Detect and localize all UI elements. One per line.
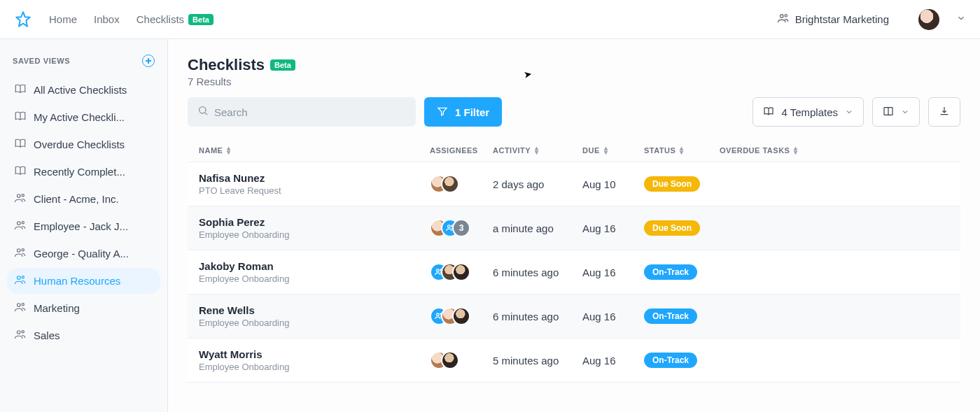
row-template: Employee Onboarding	[199, 229, 430, 240]
book-icon	[763, 106, 774, 119]
add-view-button[interactable]	[142, 55, 155, 67]
row-activity: 6 minutes ago	[493, 267, 582, 278]
col-overdue[interactable]: OVERDUE TASKS▴▾	[720, 146, 949, 155]
svg-point-18	[437, 269, 440, 272]
table-row[interactable]: Sophia PerezEmployee Onboarding3a minute…	[188, 206, 960, 250]
svg-point-8	[18, 276, 21, 280]
sidebar-item-my-active-checkli[interactable]: My Active Checkli...	[7, 104, 160, 130]
download-button[interactable]	[928, 97, 960, 127]
sidebar-item-client-acme-inc[interactable]: Client - Acme, Inc.	[7, 186, 160, 212]
svg-point-1	[785, 15, 787, 17]
search-icon	[197, 105, 209, 119]
sidebar-item-george-quality-a[interactable]: George - Quality A...	[7, 241, 160, 267]
sidebar-item-label: Marketing	[34, 302, 80, 314]
book-icon	[14, 110, 27, 125]
sidebar-item-label: Sales	[34, 329, 60, 341]
page-title: Checklists	[188, 56, 265, 74]
chevron-down-icon[interactable]	[956, 13, 966, 26]
svg-point-4	[18, 222, 21, 225]
svg-point-6	[18, 249, 21, 253]
status-badge: Due Soon	[644, 176, 700, 192]
status-badge: Due Soon	[644, 220, 700, 236]
col-name[interactable]: NAME▴▾	[199, 146, 430, 155]
people-icon	[14, 246, 27, 261]
nav-inbox[interactable]: Inbox	[94, 13, 120, 25]
org-name: Brightstar Marketing	[795, 13, 889, 25]
nav-checklists[interactable]: Checklists Beta	[136, 13, 214, 25]
row-due: Aug 16	[582, 355, 644, 367]
sidebar-item-label: Client - Acme, Inc.	[34, 193, 119, 205]
table-header: NAME▴▾ ASSIGNEES ACTIVITY▴▾ DUE▴▾ STATUS…	[188, 139, 960, 162]
sidebar-item-all-active-checklists[interactable]: All Active Checklists	[7, 77, 160, 103]
table-row[interactable]: Nafisa NunezPTO Leave Request2 days agoA…	[188, 162, 960, 206]
assignee-overflow[interactable]: 3	[452, 219, 470, 237]
sort-icon: ▴▾	[535, 146, 539, 155]
chevron-down-icon	[901, 106, 909, 118]
table-row[interactable]: Rene WellsEmployee Onboarding6 minutes a…	[188, 294, 960, 339]
row-name: Jakoby Roman	[199, 260, 430, 272]
people-icon	[777, 12, 790, 27]
templates-button[interactable]: 4 Templates	[752, 97, 864, 127]
saved-views-title: SAVED VIEWS	[13, 57, 70, 65]
app-logo[interactable]	[14, 10, 32, 29]
nav-checklists-label: Checklists	[136, 13, 184, 25]
svg-point-3	[22, 194, 24, 197]
col-due[interactable]: DUE▴▾	[582, 146, 644, 155]
row-due: Aug 16	[582, 267, 644, 278]
sort-icon: ▴▾	[680, 146, 684, 155]
people-icon	[14, 301, 27, 315]
results-count: 7 Results	[188, 76, 960, 87]
svg-point-5	[22, 222, 24, 224]
sort-icon: ▴▾	[604, 146, 608, 155]
table-row[interactable]: Wyatt MorrisEmployee Onboarding5 minutes…	[188, 339, 960, 383]
row-name: Wyatt Morris	[199, 348, 430, 360]
sidebar-item-sales[interactable]: Sales	[7, 322, 160, 348]
people-icon	[14, 274, 27, 288]
row-activity: 5 minutes ago	[493, 355, 582, 367]
assignee-avatars	[430, 351, 493, 369]
svg-point-0	[780, 15, 783, 18]
org-switcher[interactable]: Brightstar Marketing	[777, 12, 889, 27]
assignee-avatar[interactable]	[441, 351, 459, 369]
sidebar-item-human-resources[interactable]: Human Resources	[7, 268, 160, 294]
col-activity[interactable]: ACTIVITY▴▾	[493, 146, 582, 155]
sidebar-item-label: My Active Checkli...	[34, 111, 125, 123]
topnav: Home Inbox Checklists Beta Brightstar Ma…	[0, 0, 980, 39]
svg-point-12	[18, 331, 21, 334]
templates-label: 4 Templates	[781, 106, 838, 118]
book-icon	[14, 137, 27, 152]
nav-home[interactable]: Home	[49, 13, 77, 25]
people-icon	[14, 219, 27, 234]
search-input[interactable]	[214, 106, 406, 118]
svg-point-10	[18, 304, 21, 307]
assignee-avatar[interactable]	[452, 263, 470, 281]
sidebar-item-marketing[interactable]: Marketing	[7, 295, 160, 321]
assignee-avatar[interactable]	[452, 307, 470, 325]
col-status[interactable]: STATUS▴▾	[644, 146, 720, 155]
sort-icon: ▴▾	[227, 146, 231, 155]
filter-button[interactable]: 1 Filter	[424, 97, 502, 127]
row-template: PTO Leave Request	[199, 185, 430, 196]
assignee-avatars	[430, 175, 493, 193]
row-template: Employee Onboarding	[199, 362, 430, 372]
sidebar-item-overdue-checklists[interactable]: Overdue Checklists	[7, 132, 160, 157]
sidebar-item-recently-complet[interactable]: Recently Complet...	[7, 159, 160, 185]
row-activity: a minute ago	[493, 222, 582, 234]
page-beta-badge: Beta	[270, 59, 295, 71]
sidebar-item-employee-jack-j[interactable]: Employee - Jack J...	[7, 213, 160, 239]
beta-badge: Beta	[188, 14, 214, 25]
status-badge: On-Track	[644, 264, 697, 280]
row-name: Sophia Perez	[199, 216, 430, 228]
svg-point-14	[200, 107, 206, 113]
assignee-avatars	[430, 307, 493, 325]
columns-button[interactable]	[872, 97, 920, 127]
filter-label: 1 Filter	[455, 106, 489, 118]
col-assignees: ASSIGNEES	[430, 146, 493, 155]
saved-views-header: SAVED VIEWS	[7, 55, 160, 76]
sidebar-item-label: George - Quality A...	[34, 248, 129, 260]
assignee-avatar[interactable]	[441, 175, 459, 193]
user-avatar[interactable]	[918, 9, 939, 30]
sort-icon: ▴▾	[794, 146, 798, 155]
search-box[interactable]	[188, 97, 416, 127]
table-row[interactable]: Jakoby RomanEmployee Onboarding6 minutes…	[188, 250, 960, 294]
